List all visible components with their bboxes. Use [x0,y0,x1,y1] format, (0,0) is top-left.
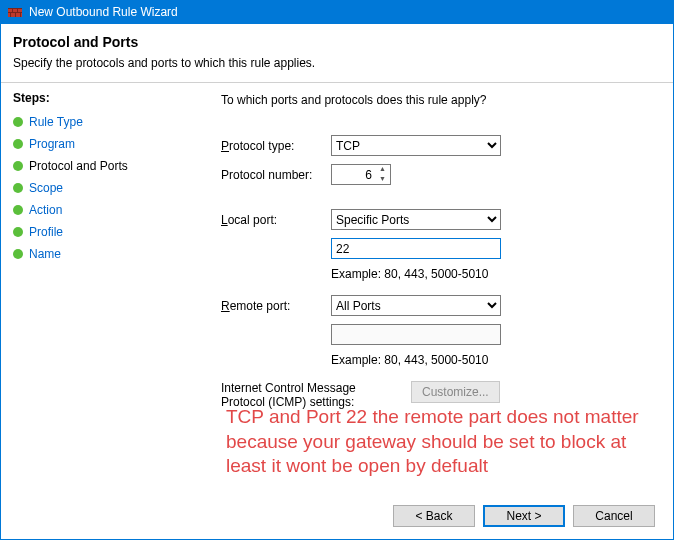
step-name[interactable]: Name [13,247,203,261]
step-label: Protocol and Ports [29,159,128,173]
main-panel: To which ports and protocols does this r… [203,91,661,409]
steps-heading: Steps: [13,91,203,105]
svg-rect-6 [15,12,16,17]
protocol-type-label: Protocol type: [221,139,331,153]
remote-port-text-row [331,324,661,345]
window-title: New Outbound Rule Wizard [29,5,178,19]
step-bullet-icon [13,249,23,259]
svg-rect-7 [20,12,21,17]
step-link[interactable]: Action [29,203,62,217]
protocol-number-label: Protocol number: [221,168,331,182]
step-bullet-icon [13,117,23,127]
back-button[interactable]: < Back [393,505,475,527]
step-scope[interactable]: Scope [13,181,203,195]
step-link[interactable]: Program [29,137,75,151]
step-action[interactable]: Action [13,203,203,217]
step-bullet-icon [13,161,23,171]
icmp-row: Internet Control Message Protocol (ICMP)… [221,381,661,409]
step-link[interactable]: Scope [29,181,63,195]
step-link[interactable]: Name [29,247,61,261]
icmp-label: Internet Control Message Protocol (ICMP)… [221,381,411,409]
prompt-text: To which ports and protocols does this r… [221,93,661,107]
local-port-input[interactable] [331,238,501,259]
wizard-footer: < Back Next > Cancel [1,505,673,539]
step-bullet-icon [13,139,23,149]
remote-port-input [331,324,501,345]
firewall-icon [7,4,23,20]
step-profile[interactable]: Profile [13,225,203,239]
remote-port-select[interactable]: All Ports [331,295,501,316]
protocol-number-row: Protocol number: ▲ ▼ [221,164,661,185]
local-port-label: Local port: [221,213,331,227]
page-header: Protocol and Ports Specify the protocols… [1,24,673,74]
svg-rect-3 [12,8,13,12]
svg-rect-1 [8,8,22,9]
step-program[interactable]: Program [13,137,203,151]
svg-rect-4 [17,8,18,12]
remote-port-example: Example: 80, 443, 5000-5010 [331,353,661,367]
local-port-text-row [331,238,661,259]
protocol-type-row: Protocol type: TCP [221,135,661,156]
protocol-type-select[interactable]: TCP [331,135,501,156]
svg-rect-5 [10,12,11,17]
customize-button: Customize... [411,381,500,403]
step-bullet-icon [13,227,23,237]
next-button[interactable]: Next > [483,505,565,527]
local-port-row: Local port: Specific Ports [221,209,661,230]
step-rule-type[interactable]: Rule Type [13,115,203,129]
remote-port-label: Remote port: [221,299,331,313]
page-title: Protocol and Ports [13,34,661,50]
spinner-buttons[interactable]: ▲ ▼ [375,165,390,184]
step-link[interactable]: Rule Type [29,115,83,129]
page-subtitle: Specify the protocols and ports to which… [13,56,661,70]
spinner-up-icon[interactable]: ▲ [375,165,390,175]
steps-sidebar: Steps: Rule Type Program Protocol and Po… [13,91,203,409]
step-protocol-and-ports: Protocol and Ports [13,159,203,173]
remote-port-row: Remote port: All Ports [221,295,661,316]
header-divider [1,82,673,83]
titlebar: New Outbound Rule Wizard [1,0,673,24]
step-bullet-icon [13,183,23,193]
local-port-example: Example: 80, 443, 5000-5010 [331,267,661,281]
local-port-select[interactable]: Specific Ports [331,209,501,230]
step-link[interactable]: Profile [29,225,63,239]
spinner-down-icon[interactable]: ▼ [375,175,390,185]
cancel-button[interactable]: Cancel [573,505,655,527]
step-bullet-icon [13,205,23,215]
annotation-text: TCP and Port 22 the remote part does not… [226,405,646,479]
